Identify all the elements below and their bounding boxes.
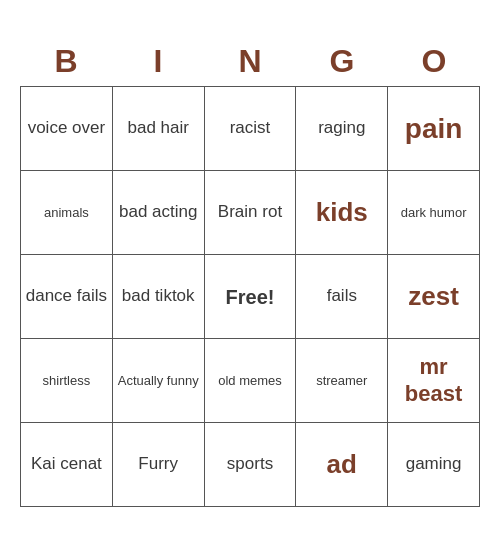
cell-r1-c2: Brain rot	[205, 171, 297, 255]
cell-r0-c0: voice over	[21, 87, 113, 171]
cell-r2-c0: dance fails	[21, 255, 113, 339]
cell-r2-c2: Free!	[205, 255, 297, 339]
header-letter: N	[204, 37, 296, 86]
bingo-card: BINGO voice overbad hairracistragingpain…	[20, 37, 480, 507]
cell-r1-c1: bad acting	[113, 171, 205, 255]
cell-r0-c1: bad hair	[113, 87, 205, 171]
cell-r4-c3: ad	[296, 423, 388, 507]
cell-r3-c4: mr beast	[388, 339, 480, 423]
cell-r0-c4: pain	[388, 87, 480, 171]
cell-r2-c1: bad tiktok	[113, 255, 205, 339]
bingo-header: BINGO	[20, 37, 480, 86]
cell-r1-c4: dark humor	[388, 171, 480, 255]
bingo-grid: voice overbad hairracistragingpainanimal…	[20, 86, 480, 507]
cell-r2-c4: zest	[388, 255, 480, 339]
cell-r0-c3: raging	[296, 87, 388, 171]
header-letter: G	[296, 37, 388, 86]
cell-r3-c0: shirtless	[21, 339, 113, 423]
header-letter: I	[112, 37, 204, 86]
header-letter: B	[20, 37, 112, 86]
cell-r3-c2: old memes	[205, 339, 297, 423]
cell-r4-c1: Furry	[113, 423, 205, 507]
cell-r0-c2: racist	[205, 87, 297, 171]
cell-r4-c4: gaming	[388, 423, 480, 507]
cell-r1-c0: animals	[21, 171, 113, 255]
cell-r1-c3: kids	[296, 171, 388, 255]
cell-r4-c0: Kai cenat	[21, 423, 113, 507]
header-letter: O	[388, 37, 480, 86]
cell-r3-c3: streamer	[296, 339, 388, 423]
cell-r3-c1: Actually funny	[113, 339, 205, 423]
cell-r2-c3: fails	[296, 255, 388, 339]
cell-r4-c2: sports	[205, 423, 297, 507]
